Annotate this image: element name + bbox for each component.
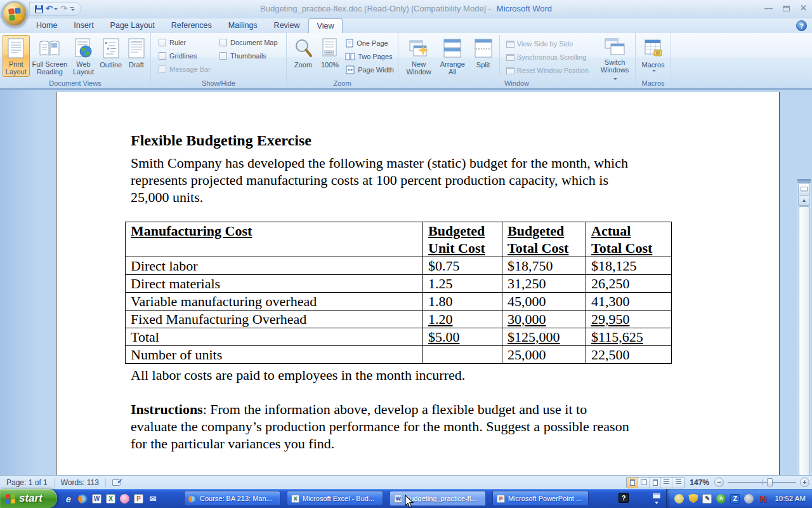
instructions-line: for the particular variances you find. <box>131 435 779 452</box>
restore-button[interactable] <box>783 6 790 11</box>
cell: 1.20 <box>423 311 502 328</box>
switch-windows-button[interactable]: Switch Windows <box>597 35 632 77</box>
taskbar-button-firefox[interactable]: Course: BA 213: Man... <box>184 491 280 506</box>
tab-insert[interactable]: Insert <box>65 18 102 33</box>
start-button[interactable]: start <box>0 489 57 508</box>
taskbar-button-word-active[interactable]: W Budgeting_practice-fl... <box>390 491 486 506</box>
save-button[interactable] <box>35 5 43 13</box>
intro-line: Smith Company has developed the followin… <box>131 154 779 171</box>
redo-button[interactable]: ↷ <box>60 4 67 14</box>
undo-button[interactable]: ↶ <box>46 4 58 14</box>
ie-icon[interactable]: e <box>63 493 74 504</box>
split-button[interactable]: Split <box>471 35 495 77</box>
shield-icon[interactable] <box>688 494 698 504</box>
document-page[interactable]: Flexible Budgeting Exercise Smith Compan… <box>56 92 780 476</box>
zoom-slider-thumb[interactable] <box>767 478 773 486</box>
language-indicator-icon[interactable]: ? <box>619 493 629 503</box>
key-icon[interactable] <box>120 494 129 504</box>
web-layout-view-button[interactable] <box>650 478 661 488</box>
header-cell: BudgetedUnit Cost <box>423 222 502 257</box>
two-pages-button[interactable]: Two Pages <box>344 51 395 62</box>
split-icon <box>474 37 493 60</box>
split-handle[interactable] <box>797 179 811 183</box>
help-button[interactable]: ? <box>796 20 807 31</box>
view-ruler-button[interactable] <box>798 184 810 194</box>
tab-review[interactable]: Review <box>266 18 308 33</box>
instructions-line: evaluate the company’s production perfor… <box>131 418 779 435</box>
zoom-level[interactable]: 147% <box>690 478 709 487</box>
draft-button[interactable]: Draft <box>125 35 148 77</box>
full-screen-view-button[interactable] <box>638 478 650 488</box>
zoom-out-button[interactable]: − <box>714 478 724 487</box>
messenger-icon[interactable] <box>674 494 684 504</box>
ruler-checkbox[interactable]: Ruler <box>159 39 219 46</box>
view-side-by-side-icon <box>506 41 514 48</box>
view-shortcuts <box>626 477 684 488</box>
customize-qat-button[interactable] <box>70 7 75 11</box>
vertical-scrollbar[interactable]: ▲ ▼ ▲▲ ● ▼▼ <box>797 179 811 508</box>
scrollbar-track[interactable] <box>799 206 809 508</box>
zoom-slider: − + <box>714 478 809 487</box>
checkbox-icon <box>219 39 227 46</box>
office-button[interactable] <box>2 1 27 27</box>
message-bar-checkbox: Message Bar <box>159 65 219 73</box>
word-window: ↶ ↷ Budgeting_practice-flex.doc (Read-On… <box>0 0 812 508</box>
hidden-icons-chevron[interactable] <box>652 493 661 504</box>
document-map-checkbox[interactable]: Document Map <box>219 39 278 46</box>
tab-view[interactable]: View <box>308 18 343 33</box>
checkbox-icon <box>159 39 166 46</box>
tab-page-layout[interactable]: Page Layout <box>102 18 163 33</box>
header-cell: Manufacturing Cost <box>126 222 423 257</box>
macros-button[interactable]: Macros <box>638 35 668 77</box>
close-button[interactable]: ✕ <box>800 3 807 13</box>
header-cell: ActualTotal Cost <box>586 222 672 257</box>
powerpoint-icon[interactable]: P <box>134 494 143 504</box>
new-window-button[interactable]: New Window <box>403 35 434 77</box>
green-a-icon[interactable]: A <box>716 494 726 504</box>
outline-icon <box>103 37 119 60</box>
spellcheck-status-icon[interactable]: ✓ <box>112 478 123 487</box>
outlook-icon[interactable]: ✉ <box>148 493 158 504</box>
arrange-all-button[interactable]: Arrange All <box>436 35 468 77</box>
norton-icon[interactable]: N <box>758 494 768 504</box>
one-page-button[interactable]: One Page <box>344 38 395 48</box>
volume-icon[interactable] <box>744 494 754 504</box>
page-indicator[interactable]: Page: 1 of 1 <box>0 478 54 487</box>
page-width-button[interactable]: Page Width <box>344 65 395 75</box>
taskbar-button-powerpoint[interactable]: P Microsoft PowerPoint ... <box>492 491 589 506</box>
notes-icon[interactable]: ✎ <box>702 494 712 504</box>
zoom-button[interactable]: Zoom <box>291 35 316 77</box>
cell: Direct labor <box>126 257 423 275</box>
tab-home[interactable]: Home <box>28 18 65 33</box>
draft-view-button[interactable] <box>672 478 684 488</box>
word-count[interactable]: Words: 113 <box>55 478 105 487</box>
minimize-button[interactable]: — <box>764 3 773 13</box>
zoom-100-button[interactable]: 100% <box>318 35 342 77</box>
scroll-up-button[interactable]: ▲ <box>798 195 810 206</box>
print-layout-button[interactable]: Print Layout <box>3 35 30 77</box>
tab-references[interactable]: References <box>163 18 220 33</box>
word-icon[interactable]: W <box>92 494 102 504</box>
outline-button[interactable]: Outline <box>98 35 124 77</box>
outline-view-button[interactable] <box>661 478 672 488</box>
cell: Variable manufacturing overhead <box>126 293 423 311</box>
excel-icon[interactable]: X <box>106 494 115 504</box>
group-window: New Window Arrange All Split <box>398 33 636 88</box>
firefox-icon[interactable] <box>78 494 88 504</box>
zoom-in-button[interactable]: + <box>800 478 809 487</box>
full-screen-reading-button[interactable]: Full Screen Reading <box>31 35 69 77</box>
gridlines-checkbox[interactable]: Gridlines <box>159 52 219 60</box>
taskbar-button-excel[interactable]: X Microsoft Excel - Bud... <box>287 491 383 506</box>
table-row: Direct labor $0.75 $18,750 $18,125 <box>126 257 672 275</box>
group-show-hide: Ruler Gridlines Message Bar Document Map… <box>151 33 287 88</box>
web-layout-button[interactable]: Web Layout <box>70 35 97 77</box>
tab-mailings[interactable]: Mailings <box>220 18 266 33</box>
reset-window-position-icon <box>506 67 514 74</box>
print-layout-view-button[interactable] <box>627 478 638 488</box>
zoom-slider-track[interactable] <box>728 478 796 487</box>
cell: 45,000 <box>502 293 586 311</box>
thumbnails-checkbox[interactable]: Thumbnails <box>219 52 278 60</box>
scrollbar-thumb[interactable] <box>799 206 809 507</box>
z-icon[interactable]: Z <box>730 494 740 504</box>
table-row: Variable manufacturing overhead 1.80 45,… <box>126 293 672 311</box>
